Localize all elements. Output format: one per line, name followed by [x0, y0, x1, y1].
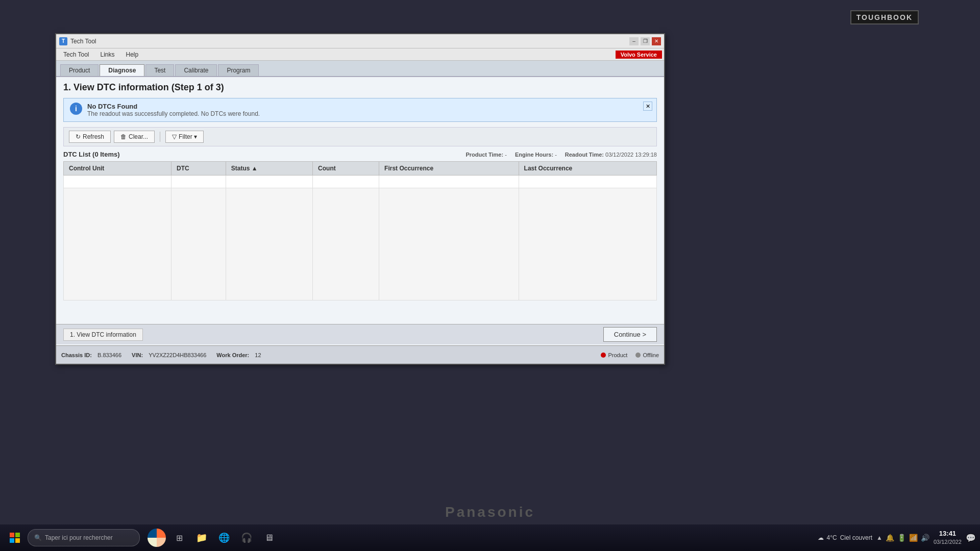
- restore-button[interactable]: ❐: [641, 37, 650, 45]
- status-offline: Offline: [635, 352, 659, 358]
- col-status[interactable]: Status ▲: [226, 162, 312, 176]
- main-content: 1. View DTC information (Step 1 of 3) i …: [56, 77, 664, 364]
- minimize-button[interactable]: –: [629, 37, 639, 45]
- up-arrow-icon[interactable]: ▲: [876, 534, 883, 541]
- clear-button[interactable]: 🗑 Clear...: [114, 131, 155, 143]
- col-dtc: DTC: [172, 162, 226, 176]
- taskbar-right: ☁ 4°C Ciel couvert ▲ 🔔 🔋 📶 🔊 13:41 03/12…: [818, 530, 976, 545]
- taskbar-headset[interactable]: 🎧: [236, 527, 257, 548]
- weather-condition: Ciel couvert: [840, 534, 872, 541]
- window-controls: – ❐ ✕: [629, 37, 661, 45]
- notification-center-icon[interactable]: 💬: [966, 533, 976, 543]
- chrome-icon: 🌐: [218, 532, 230, 543]
- banner-close-button[interactable]: ✕: [643, 102, 652, 111]
- tab-bar: Product Diagnose Test Calibrate Program: [56, 61, 664, 77]
- dtc-meta: Product Time: - Engine Hours: - Readout …: [465, 152, 657, 158]
- table-row: [64, 176, 657, 188]
- taskbar-items: ⊞ 📁 🌐 🎧 🖥: [146, 527, 280, 548]
- info-banner: i No DTCs Found The readout was successf…: [63, 98, 657, 122]
- toolbar: ↻ Refresh 🗑 Clear... ▽ Filter ▾: [63, 127, 657, 146]
- tab-calibrate[interactable]: Calibrate: [175, 64, 217, 76]
- table-row: [64, 188, 657, 300]
- bottom-action-bar: 1. View DTC information Continue >: [56, 324, 664, 344]
- banner-title: No DTCs Found: [87, 103, 260, 110]
- col-first-occurrence: First Occurrence: [379, 162, 519, 176]
- svg-rect-1: [15, 533, 20, 537]
- chassis-id: Chassis ID: B.833466: [61, 352, 121, 358]
- readout-time: Readout Time: 03/12/2022 13:29:18: [565, 152, 657, 158]
- toughbook-logo: TOUGHBOOK: [850, 10, 919, 24]
- taskbar-search[interactable]: 🔍 Taper ici pour rechercher: [28, 529, 140, 546]
- offline-status-indicator: [635, 353, 641, 358]
- info-icon: i: [70, 103, 82, 115]
- col-last-occurrence: Last Occurrence: [519, 162, 656, 176]
- taskbar-pinwheel-widget[interactable]: [146, 527, 167, 548]
- tab-product[interactable]: Product: [60, 64, 99, 76]
- start-button[interactable]: [4, 527, 26, 548]
- taskbar-browser2[interactable]: 🖥: [258, 527, 280, 548]
- toolbar-separator: [160, 132, 160, 142]
- taskbar-chrome[interactable]: 🌐: [213, 527, 235, 548]
- folder-icon: 📁: [196, 532, 207, 543]
- menubar: Tech Tool Links Help Volvo Service: [56, 48, 664, 61]
- wifi-icon: 📶: [909, 534, 918, 542]
- menu-techtools[interactable]: Tech Tool: [58, 50, 94, 59]
- menu-links[interactable]: Links: [95, 50, 119, 59]
- col-count: Count: [313, 162, 379, 176]
- temperature: 4°C: [827, 534, 837, 541]
- refresh-button[interactable]: ↻ Refresh: [69, 131, 111, 143]
- notification-tray-icon[interactable]: 🔔: [886, 534, 894, 542]
- clock-date: 03/12/2022: [934, 538, 962, 545]
- tab-test[interactable]: Test: [145, 64, 174, 76]
- browser-icon: 🖥: [264, 533, 274, 543]
- volume-icon[interactable]: 🔊: [921, 534, 929, 542]
- weather-widget: ☁ 4°C Ciel couvert: [818, 534, 873, 541]
- status-product: Product: [601, 352, 627, 358]
- clear-icon: 🗑: [120, 133, 127, 140]
- breadcrumb: 1. View DTC information: [63, 329, 143, 341]
- svg-rect-0: [10, 533, 14, 537]
- statusbar: Chassis ID: B.833466 VIN: YV2XZ22D4HB833…: [56, 345, 664, 364]
- product-status-indicator: [601, 353, 606, 358]
- app-icon: T: [59, 37, 67, 45]
- filter-button[interactable]: ▽ Filter ▾: [165, 131, 204, 143]
- search-placeholder: Taper ici pour rechercher: [45, 534, 113, 541]
- taskbar: 🔍 Taper ici pour rechercher ⊞ 📁 🌐 🎧 🖥 ☁ …: [0, 524, 980, 551]
- engine-hours-label: Engine Hours: -: [515, 152, 557, 158]
- banner-subtitle: The readout was successfully completed. …: [87, 110, 260, 117]
- taskbar-clock[interactable]: 13:41 03/12/2022: [934, 530, 962, 545]
- close-button[interactable]: ✕: [652, 37, 661, 45]
- window-title: Tech Tool: [70, 38, 626, 45]
- search-icon: 🔍: [34, 534, 42, 541]
- panasonic-brand: Panasonic: [445, 504, 535, 520]
- tab-diagnose[interactable]: Diagnose: [100, 64, 144, 76]
- system-tray-icons: ▲ 🔔 🔋 📶 🔊: [876, 534, 929, 542]
- menu-help[interactable]: Help: [121, 50, 144, 59]
- info-text: No DTCs Found The readout was successful…: [87, 103, 260, 117]
- table-body: [64, 176, 657, 300]
- task-view-icon: ⊞: [176, 533, 183, 543]
- filter-icon: ▽: [172, 133, 177, 140]
- pinwheel-icon: [148, 529, 166, 547]
- product-time-label: Product Time: -: [465, 152, 507, 158]
- refresh-icon: ↻: [76, 133, 81, 140]
- col-control-unit: Control Unit: [64, 162, 172, 176]
- clock-time: 13:41: [934, 530, 962, 538]
- svg-rect-2: [10, 538, 14, 543]
- work-order: Work Order: 12: [216, 352, 261, 358]
- dtc-list-title: DTC List (0 Items): [63, 151, 120, 158]
- windows-icon: [9, 532, 21, 544]
- svg-rect-3: [15, 538, 20, 543]
- taskbar-file-explorer[interactable]: 📁: [191, 527, 212, 548]
- cloud-icon: ☁: [818, 534, 824, 541]
- table-header-row: Control Unit DTC Status ▲ Count First Oc…: [64, 162, 657, 176]
- headset-icon: 🎧: [241, 532, 252, 543]
- dtc-list-header: DTC List (0 Items) Product Time: - Engin…: [63, 151, 657, 158]
- taskbar-task-view[interactable]: ⊞: [168, 527, 190, 548]
- continue-button[interactable]: Continue >: [603, 327, 657, 342]
- tab-program[interactable]: Program: [218, 64, 259, 76]
- window-titlebar: T Tech Tool – ❐ ✕: [56, 34, 664, 48]
- notification-button[interactable]: Volvo Service: [616, 51, 662, 59]
- battery-icon: 🔋: [897, 534, 906, 542]
- page-title: 1. View DTC information (Step 1 of 3): [63, 82, 657, 93]
